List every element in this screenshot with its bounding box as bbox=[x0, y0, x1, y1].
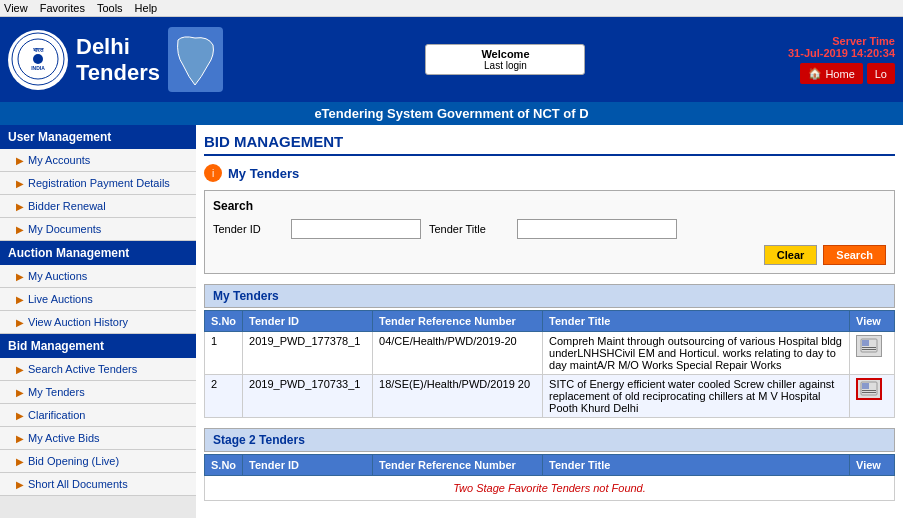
etender-title-bar: eTendering System Government of NCT of D bbox=[0, 102, 903, 125]
menu-tools[interactable]: Tools bbox=[97, 2, 123, 14]
s2-col-view: View bbox=[850, 455, 895, 476]
svg-rect-6 bbox=[862, 340, 869, 346]
col-sno: S.No bbox=[205, 311, 243, 332]
svg-rect-8 bbox=[862, 349, 876, 350]
header: भारत INDIA Delhi Tenders Welcome Last lo… bbox=[0, 17, 903, 102]
map-icon bbox=[168, 27, 223, 92]
view-icon-button[interactable] bbox=[856, 378, 882, 400]
header-left: भारत INDIA Delhi Tenders bbox=[8, 27, 223, 92]
svg-text:INDIA: INDIA bbox=[31, 65, 45, 71]
cell-sno: 1 bbox=[205, 332, 243, 375]
stage2-tenders-table: S.No Tender ID Tender Reference Number T… bbox=[204, 454, 895, 501]
search-buttons: Clear Search bbox=[213, 245, 886, 265]
cell-tender-id: 2019_PWD_177378_1 bbox=[243, 332, 373, 375]
search-title: Search bbox=[213, 199, 886, 213]
tender-id-label: Tender ID bbox=[213, 223, 283, 235]
cell-view bbox=[850, 375, 895, 418]
table-row: 2 2019_PWD_170733_1 18/SE(E)/Health/PWD/… bbox=[205, 375, 895, 418]
logo-emblem: भारत INDIA bbox=[8, 30, 68, 90]
sidebar-item-my-active-bids[interactable]: ▶My Active Bids bbox=[0, 427, 196, 450]
cell-ref-number: 04/CE/Health/PWD/2019-20 bbox=[373, 332, 543, 375]
svg-rect-10 bbox=[862, 383, 869, 389]
section-indicator: i bbox=[204, 164, 222, 182]
view-icon-button[interactable] bbox=[856, 335, 882, 357]
stage2-tenders-section: Stage 2 Tenders S.No Tender ID Tender Re… bbox=[204, 428, 895, 501]
cell-tender-title: Compreh Maint through outsourcing of var… bbox=[543, 332, 850, 375]
page-title: BID MANAGEMENT bbox=[204, 133, 895, 156]
my-tenders-table-section: My Tenders S.No Tender ID Tender Referen… bbox=[204, 284, 895, 418]
s2-col-tender-id: Tender ID bbox=[243, 455, 373, 476]
my-tenders-table-title: My Tenders bbox=[204, 284, 895, 308]
col-ref-number: Tender Reference Number bbox=[373, 311, 543, 332]
sidebar-item-my-accounts[interactable]: ▶My Accounts bbox=[0, 149, 196, 172]
server-time: Server Time 31-Jul-2019 14:20:34 bbox=[788, 35, 895, 59]
welcome-label: Welcome bbox=[436, 48, 574, 60]
svg-rect-7 bbox=[862, 347, 876, 348]
tender-title-input[interactable] bbox=[517, 219, 677, 239]
my-tenders-section-label: My Tenders bbox=[228, 166, 299, 181]
home-button[interactable]: 🏠 Home bbox=[800, 63, 862, 84]
sidebar-item-view-auction-history[interactable]: ▶View Auction History bbox=[0, 311, 196, 334]
header-title: Delhi Tenders bbox=[76, 34, 160, 86]
s2-col-tender-title: Tender Title bbox=[543, 455, 850, 476]
svg-text:भारत: भारत bbox=[33, 47, 44, 53]
col-view: View bbox=[850, 311, 895, 332]
last-login-label: Last login bbox=[436, 60, 574, 71]
svg-point-3 bbox=[33, 54, 43, 64]
menu-view[interactable]: View bbox=[4, 2, 28, 14]
tender-title-label: Tender Title bbox=[429, 223, 509, 235]
sidebar-item-search-active-tenders[interactable]: ▶Search Active Tenders bbox=[0, 358, 196, 381]
col-tender-title: Tender Title bbox=[543, 311, 850, 332]
cell-view bbox=[850, 332, 895, 375]
sidebar-section-auction-management: Auction Management bbox=[0, 241, 196, 265]
sidebar-item-clarification[interactable]: ▶Clarification bbox=[0, 404, 196, 427]
clear-button[interactable]: Clear bbox=[764, 245, 818, 265]
cell-ref-number: 18/SE(E)/Health/PWD/2019 20 bbox=[373, 375, 543, 418]
sidebar-item-live-auctions[interactable]: ▶Live Auctions bbox=[0, 288, 196, 311]
cell-sno: 2 bbox=[205, 375, 243, 418]
cell-tender-id: 2019_PWD_170733_1 bbox=[243, 375, 373, 418]
col-tender-id: Tender ID bbox=[243, 311, 373, 332]
sidebar-item-short-all-documents[interactable]: ▶Short All Documents bbox=[0, 473, 196, 496]
search-row: Tender ID Tender Title bbox=[213, 219, 886, 239]
welcome-box: Welcome Last login bbox=[425, 44, 585, 75]
s2-col-ref-number: Tender Reference Number bbox=[373, 455, 543, 476]
menu-favorites[interactable]: Favorites bbox=[40, 2, 85, 14]
sidebar-item-my-auctions[interactable]: ▶My Auctions bbox=[0, 265, 196, 288]
sidebar-item-my-tenders[interactable]: ▶My Tenders bbox=[0, 381, 196, 404]
my-tenders-table: S.No Tender ID Tender Reference Number T… bbox=[204, 310, 895, 418]
sidebar-item-bidder-renewal[interactable]: ▶Bidder Renewal bbox=[0, 195, 196, 218]
svg-rect-11 bbox=[862, 390, 876, 391]
stage2-table-title: Stage 2 Tenders bbox=[204, 428, 895, 452]
tender-id-input[interactable] bbox=[291, 219, 421, 239]
my-tenders-header: i My Tenders bbox=[204, 164, 895, 182]
main-layout: User Management ▶My Accounts ▶Registrati… bbox=[0, 125, 903, 518]
s2-col-sno: S.No bbox=[205, 455, 243, 476]
home-icon: 🏠 bbox=[808, 67, 822, 80]
sidebar-section-bid-management: Bid Management bbox=[0, 334, 196, 358]
logout-button[interactable]: Lo bbox=[867, 63, 895, 84]
sidebar: User Management ▶My Accounts ▶Registrati… bbox=[0, 125, 196, 518]
sidebar-item-bid-opening-live[interactable]: ▶Bid Opening (Live) bbox=[0, 450, 196, 473]
header-right: Server Time 31-Jul-2019 14:20:34 🏠 Home … bbox=[788, 35, 895, 84]
menu-help[interactable]: Help bbox=[135, 2, 158, 14]
main-content: BID MANAGEMENT i My Tenders Search Tende… bbox=[196, 125, 903, 518]
table-row: 1 2019_PWD_177378_1 04/CE/Health/PWD/201… bbox=[205, 332, 895, 375]
header-center: Welcome Last login bbox=[223, 44, 788, 75]
sidebar-item-registration-payment[interactable]: ▶Registration Payment Details bbox=[0, 172, 196, 195]
menu-bar: View Favorites Tools Help bbox=[0, 0, 903, 17]
svg-rect-12 bbox=[862, 392, 876, 393]
sidebar-item-my-documents[interactable]: ▶My Documents bbox=[0, 218, 196, 241]
cell-tender-title: SITC of Energy efficient water cooled Sc… bbox=[543, 375, 850, 418]
search-button[interactable]: Search bbox=[823, 245, 886, 265]
sidebar-section-user-management: User Management bbox=[0, 125, 196, 149]
search-section: Search Tender ID Tender Title Clear Sear… bbox=[204, 190, 895, 274]
no-data-message: Two Stage Favorite Tenders not Found. bbox=[205, 476, 895, 501]
